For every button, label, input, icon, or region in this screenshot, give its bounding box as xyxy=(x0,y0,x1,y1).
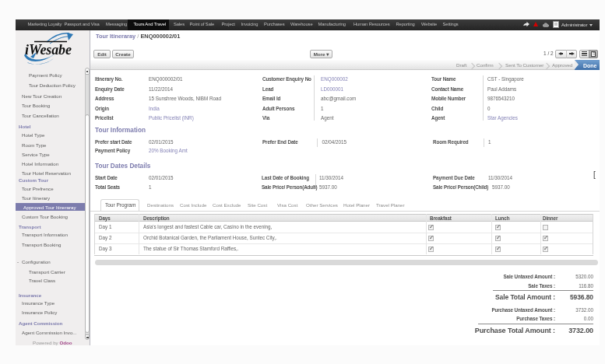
svg-text:iWesabe: iWesabe xyxy=(25,41,72,57)
